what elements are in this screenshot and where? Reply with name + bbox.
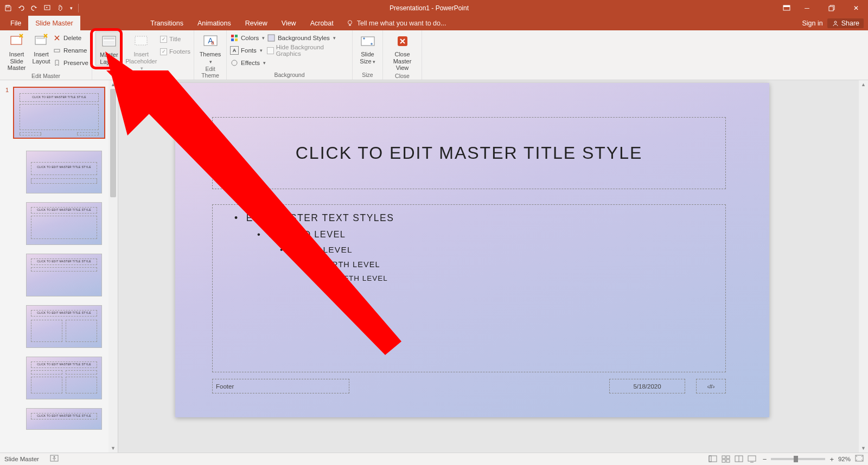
tell-me-search[interactable]: Tell me what you want to do... — [346, 16, 446, 30]
scroll-down-icon[interactable]: ▼ — [859, 444, 868, 453]
title-checkbox[interactable]: ✓Title — [160, 34, 190, 44]
scroll-up-icon[interactable]: ▲ — [859, 80, 868, 89]
title-placeholder[interactable]: CLICK TO EDIT MASTER TITLE STYLE — [212, 117, 726, 189]
slide-editor[interactable]: CLICK TO EDIT MASTER TITLE STYLE EDIT MA… — [118, 80, 868, 453]
slide-size-icon — [359, 33, 376, 50]
svg-rect-18 — [231, 35, 234, 37]
share-button[interactable]: Share — [827, 18, 864, 28]
svg-point-22 — [232, 60, 237, 66]
svg-rect-21 — [235, 38, 238, 41]
group-label-master-layout: Master Layout — [95, 72, 190, 81]
touch-mode-icon[interactable] — [55, 3, 65, 13]
insert-placeholder-button[interactable]: Insert Placeholder ▾ — [124, 31, 159, 72]
footers-checkbox[interactable]: ✓Footers — [160, 46, 190, 57]
layout-thumbnail-4[interactable]: CLICK TO EDIT MASTER TITLE STYLE — [26, 305, 118, 348]
normal-view-icon[interactable] — [706, 454, 719, 464]
redo-icon[interactable] — [29, 3, 39, 13]
fonts-icon: A — [230, 46, 239, 55]
slide-thumbnail-pane[interactable]: 1 CLICK TO EDIT MASTER TITLE STYLE CLICK… — [0, 80, 118, 453]
svg-point-29 — [53, 456, 55, 458]
editor-scrollbar[interactable]: ▲ ▼ — [859, 80, 868, 453]
themes-button[interactable]: Aa Themes▾ — [197, 31, 223, 64]
background-styles-dropdown[interactable]: Background Styles▾ — [267, 33, 349, 43]
body-placeholder[interactable]: EDIT MASTER TEXT STYLES SECOND LEVEL THI… — [212, 204, 726, 372]
status-view-label: Slide Master — [4, 456, 39, 462]
svg-rect-12 — [104, 37, 114, 40]
checkbox-icon — [267, 47, 274, 54]
effects-dropdown[interactable]: Effects▾ — [230, 57, 266, 68]
master-slide-thumbnail[interactable]: 1 CLICK TO EDIT MASTER TITLE STYLE — [13, 87, 118, 139]
master-layout-button[interactable]: Master Layout — [95, 31, 123, 66]
slide-number-placeholder[interactable]: ‹#› — [696, 379, 726, 393]
insert-layout-icon — [33, 33, 50, 50]
svg-rect-30 — [709, 456, 717, 462]
background-styles-icon — [267, 34, 276, 42]
themes-icon: Aa — [202, 33, 219, 50]
colors-icon — [230, 34, 239, 42]
workspace: 1 CLICK TO EDIT MASTER TITLE STYLE CLICK… — [0, 80, 868, 453]
fit-to-window-icon[interactable] — [855, 455, 864, 463]
maximize-icon[interactable] — [819, 0, 844, 16]
save-icon[interactable] — [3, 3, 13, 13]
group-label-background: Background — [230, 70, 349, 80]
zoom-percent[interactable]: 92% — [838, 456, 851, 462]
delete-button[interactable]: Delete — [53, 33, 88, 43]
preserve-button[interactable]: Preserve — [53, 57, 88, 68]
svg-rect-31 — [709, 456, 711, 462]
window-title: Presentation1 - PowerPoint — [80, 4, 778, 12]
tab-review[interactable]: Review — [238, 16, 275, 30]
hide-background-checkbox[interactable]: Hide Background Graphics — [267, 45, 349, 56]
layout-thumbnail-6[interactable]: CLICK TO EDIT MASTER TITLE STYLE — [26, 408, 118, 430]
qat-more-icon[interactable]: ▾ — [68, 3, 74, 13]
rename-icon — [53, 46, 61, 55]
tab-acrobat[interactable]: Acrobat — [303, 16, 341, 30]
share-icon — [832, 20, 839, 27]
close-master-view-button[interactable]: Close Master View — [386, 31, 418, 72]
colors-dropdown[interactable]: Colors▾ — [230, 33, 266, 43]
tab-file[interactable]: File — [3, 16, 28, 30]
tab-view[interactable]: View — [275, 16, 303, 30]
tab-transitions[interactable]: Transitions — [143, 16, 190, 30]
rename-button[interactable]: Rename — [53, 45, 88, 56]
footer-placeholder[interactable]: Footer — [212, 379, 349, 393]
close-icon[interactable]: ✕ — [844, 0, 868, 16]
layout-thumbnail-2[interactable]: CLICK TO EDIT MASTER TITLE STYLE — [26, 202, 118, 245]
zoom-handle[interactable] — [794, 456, 798, 462]
zoom-out-icon[interactable]: − — [763, 455, 767, 463]
tab-slide-master[interactable]: Slide Master — [28, 16, 80, 30]
start-from-beginning-icon[interactable] — [42, 3, 52, 13]
ribbon-display-options-icon[interactable] — [778, 0, 795, 16]
insert-slide-master-button[interactable]: Insert Slide Master — [3, 31, 30, 72]
svg-rect-3 — [783, 5, 790, 7]
svg-rect-14 — [135, 36, 147, 45]
thumbnail-scrollbar[interactable]: ▲ ▼ — [108, 80, 118, 453]
svg-rect-4 — [829, 7, 833, 11]
sign-in-link[interactable]: Sign in — [802, 20, 822, 27]
status-bar: Slide Master − + 92% — [0, 453, 868, 465]
accessibility-icon[interactable] — [50, 455, 59, 463]
minimize-icon[interactable]: ─ — [795, 0, 819, 16]
layout-thumbnail-3[interactable]: CLICK TO EDIT MASTER TITLE STYLE — [26, 254, 118, 296]
fonts-dropdown[interactable]: AFonts▾ — [230, 45, 266, 56]
svg-rect-0 — [7, 5, 9, 7]
zoom-slider[interactable] — [771, 458, 825, 460]
date-placeholder[interactable]: 5/18/2020 — [609, 379, 685, 393]
scrollbar-thumb[interactable] — [110, 89, 116, 197]
layout-thumbnail-5[interactable]: CLICK TO EDIT MASTER TITLE STYLE — [26, 357, 118, 399]
insert-layout-button[interactable]: Insert Layout — [31, 31, 52, 64]
slide-size-button[interactable]: Slide Size▾ — [356, 31, 379, 64]
undo-icon[interactable] — [16, 3, 26, 13]
slide-canvas[interactable]: CLICK TO EDIT MASTER TITLE STYLE EDIT MA… — [175, 83, 769, 417]
scroll-up-icon[interactable]: ▲ — [108, 80, 118, 89]
svg-rect-32 — [722, 456, 725, 458]
reading-view-icon[interactable] — [732, 454, 745, 464]
svg-rect-33 — [726, 456, 730, 458]
ribbon-tabs: File Slide Master Home Insert Transition… — [0, 16, 868, 30]
tab-animations[interactable]: Animations — [190, 16, 238, 30]
slideshow-icon[interactable] — [745, 454, 758, 464]
svg-rect-10 — [54, 49, 60, 52]
layout-thumbnail-1[interactable]: CLICK TO EDIT MASTER TITLE STYLE — [26, 151, 118, 193]
zoom-in-icon[interactable]: + — [829, 455, 834, 463]
scroll-down-icon[interactable]: ▼ — [108, 444, 118, 453]
slide-sorter-icon[interactable] — [719, 454, 732, 464]
